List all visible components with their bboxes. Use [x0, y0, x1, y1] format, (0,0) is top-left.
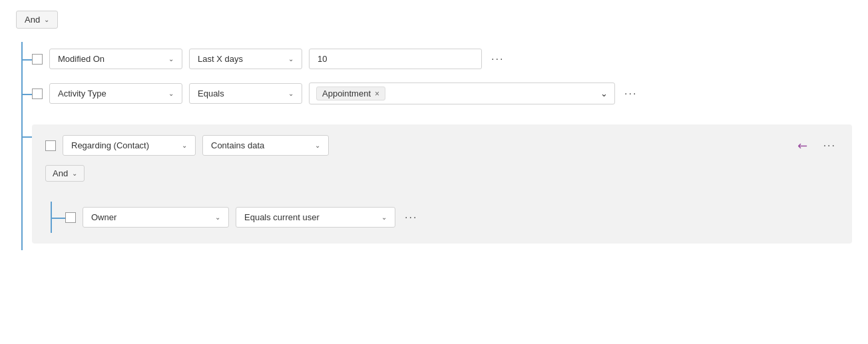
row1-hline — [21, 59, 32, 61]
nested-field-select[interactable]: Owner ⌄ — [83, 207, 229, 228]
row1: Modified On ⌄ Last X days ⌄ ··· — [32, 42, 852, 76]
nested-operator-select[interactable]: Equals current user ⌄ — [236, 207, 395, 228]
subgroup-hline — [21, 136, 32, 138]
row1-field-chevron: ⌄ — [168, 55, 174, 63]
subgroup-field-label: Regarding (Contact) — [71, 140, 149, 150]
row2-value-chevron: ⌄ — [600, 88, 608, 98]
top-and-chevron: ⌄ — [44, 16, 49, 23]
nested-field-chevron: ⌄ — [215, 214, 220, 221]
sub-and-label: And — [53, 168, 68, 178]
nested-operator-label: Equals current user — [244, 212, 320, 222]
subgroup-checkbox[interactable] — [45, 140, 56, 151]
top-and-button[interactable]: And ⌄ — [16, 11, 58, 29]
row1-value-input[interactable] — [309, 49, 482, 69]
nested-more-dots: ··· — [405, 212, 417, 224]
row1-checkbox[interactable] — [32, 54, 43, 65]
subgroup-field-chevron: ⌄ — [182, 142, 187, 149]
row1-operator-select[interactable]: Last X days ⌄ — [189, 49, 302, 69]
row2-tag: Appointment × — [316, 86, 385, 100]
nested-operator-chevron: ⌄ — [381, 214, 387, 221]
row2-checkbox[interactable] — [32, 88, 43, 99]
nested-hline — [51, 218, 65, 219]
subgroup-more-dots: ··· — [823, 140, 836, 152]
sub-and-chevron: ⌄ — [72, 170, 77, 177]
subgroup-operator-select[interactable]: Contains data ⌄ — [202, 135, 329, 156]
row1-field-select[interactable]: Modified On ⌄ — [49, 49, 182, 69]
row2-field-label: Activity Type — [58, 88, 107, 98]
row2-more-dots: ··· — [624, 88, 637, 100]
filter-rows: Modified On ⌄ Last X days ⌄ ··· Activity… — [16, 42, 852, 250]
row1-operator-label: Last X days — [198, 54, 243, 64]
subgroup-operator-label: Contains data — [211, 140, 264, 150]
row2-field-chevron: ⌄ — [168, 90, 174, 97]
row1-more-dots: ··· — [491, 53, 504, 65]
nested-more-button[interactable]: ··· — [402, 209, 420, 226]
subgroup-row: Regarding (Contact) ⌄ Contains data ⌄ ↗ … — [45, 135, 839, 156]
row2-operator-select[interactable]: Equals ⌄ — [189, 83, 302, 104]
sub-and-row: And ⌄ — [45, 165, 839, 195]
row2-operator-label: Equals — [198, 88, 224, 98]
row2-operator-chevron: ⌄ — [288, 90, 294, 97]
left-vertical-line — [21, 42, 23, 250]
row2-more-button[interactable]: ··· — [622, 85, 640, 102]
subgroup-more-button[interactable]: ··· — [821, 137, 839, 154]
row2: Activity Type ⌄ Equals ⌄ Appointment × ⌄… — [32, 76, 852, 111]
top-and-label: And — [25, 15, 40, 25]
sub-group: Regarding (Contact) ⌄ Contains data ⌄ ↗ … — [32, 124, 852, 244]
row1-field-label: Modified On — [58, 54, 105, 64]
subgroup-wrapper: Regarding (Contact) ⌄ Contains data ⌄ ↗ … — [32, 111, 852, 250]
subgroup-operator-chevron: ⌄ — [315, 142, 320, 149]
subgroup-field-select[interactable]: Regarding (Contact) ⌄ — [63, 135, 196, 156]
sub-and-button[interactable]: And ⌄ — [45, 165, 85, 182]
row2-field-select[interactable]: Activity Type ⌄ — [49, 83, 182, 104]
row1-operator-chevron: ⌄ — [288, 55, 294, 63]
filter-container: And ⌄ Modified On ⌄ Last X days ⌄ ··· — [0, 0, 868, 261]
collapse-icon[interactable]: ↗ — [793, 136, 811, 154]
row2-hline — [21, 94, 32, 95]
nested-filter-row: Owner ⌄ Equals current user ⌄ ··· — [65, 202, 839, 233]
nested-row-wrapper: Owner ⌄ Equals current user ⌄ ··· — [45, 202, 839, 233]
nested-checkbox[interactable] — [65, 212, 76, 223]
row2-value-field[interactable]: Appointment × ⌄ — [309, 83, 615, 104]
row2-tag-close[interactable]: × — [375, 89, 379, 98]
row1-more-button[interactable]: ··· — [489, 51, 507, 68]
row2-tag-label: Appointment — [322, 88, 371, 98]
nested-field-label: Owner — [91, 212, 116, 222]
